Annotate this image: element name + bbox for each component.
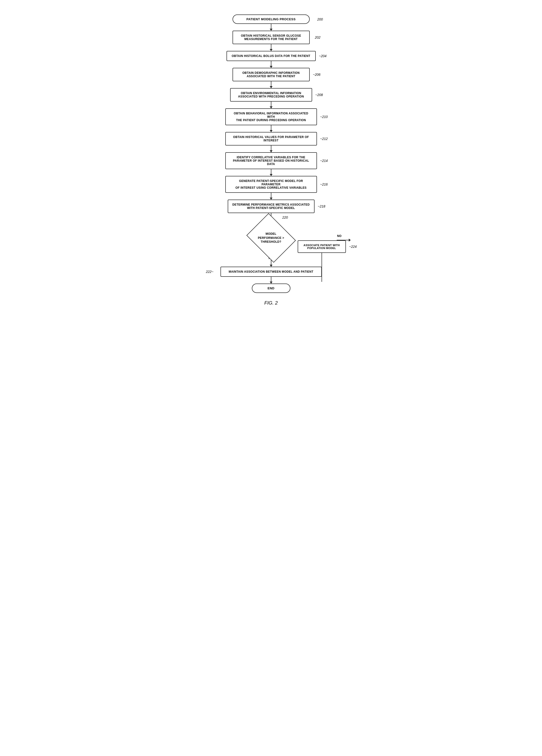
arrow-11 bbox=[271, 277, 271, 284]
ref-210: ~210 bbox=[320, 115, 328, 119]
arrow-6 bbox=[271, 125, 271, 132]
ref-220: 220 bbox=[282, 215, 288, 219]
box-224: ASSOCIATE PATIENT WITH POPULATION MODEL bbox=[298, 240, 346, 253]
box-218: DETERMINE PERFORMANCE METRICS ASSOCIATED… bbox=[228, 200, 314, 213]
box-222: MAINTAIN ASSOCIATION BETWEEN MODEL AND P… bbox=[221, 267, 322, 277]
step-210-wrapper: OBTAIN BEHAVIORAL INFORMATION ASSOCIATED… bbox=[225, 108, 317, 125]
ref-204: ~204 bbox=[319, 54, 326, 58]
ref-218: ~218 bbox=[318, 204, 325, 208]
ref-216: ~216 bbox=[320, 182, 328, 186]
arrow-4 bbox=[271, 81, 271, 88]
step-206-wrapper: OBTAIN DEMOGRAPHIC INFORMATION ASSOCIATE… bbox=[233, 68, 310, 81]
box-202: OBTAIN HISTORICAL SENSOR GLUCOSE MEASURE… bbox=[233, 31, 310, 44]
arrow-5 bbox=[271, 102, 271, 108]
ref-202: 202 bbox=[315, 35, 320, 39]
text-214: IDENTIFY CORRELATIVE VARIABLES FOR THE P… bbox=[233, 156, 309, 166]
arrow-7 bbox=[271, 146, 271, 152]
diamond-text: MODEL PERFORMANCE > THRESHOLD? bbox=[258, 232, 284, 244]
ref-222-label: 222~ bbox=[206, 270, 214, 274]
fig-label: FIG. 2 bbox=[189, 300, 353, 306]
box-end: END bbox=[252, 284, 290, 293]
box-210: OBTAIN BEHAVIORAL INFORMATION ASSOCIATED… bbox=[225, 108, 317, 125]
text-212: OBTAIN HISTORICAL VALUES FOR PARAMETER O… bbox=[233, 135, 309, 142]
title-text: PATIENT MODELING PROCESS bbox=[247, 17, 296, 21]
arrow-yes bbox=[271, 260, 271, 267]
text-210: OBTAIN BEHAVIORAL INFORMATION ASSOCIATED… bbox=[234, 112, 308, 122]
step-212-wrapper: OBTAIN HISTORICAL VALUES FOR PARAMETER O… bbox=[225, 132, 317, 146]
page: PATIENT MODELING PROCESS 200 OBTAIN HIST… bbox=[184, 5, 358, 320]
end-wrapper: END bbox=[252, 284, 290, 293]
step-214-wrapper: IDENTIFY CORRELATIVE VARIABLES FOR THE P… bbox=[225, 152, 317, 169]
ref-208: ~208 bbox=[315, 93, 323, 97]
arrow-8 bbox=[271, 169, 271, 176]
step-218-wrapper: DETERMINE PERFORMANCE METRICS ASSOCIATED… bbox=[228, 200, 314, 213]
text-216: GENERATE PATIENT-SPECIFIC MODEL FOR PARA… bbox=[236, 179, 306, 189]
text-202: OBTAIN HISTORICAL SENSOR GLUCOSE MEASURE… bbox=[241, 34, 301, 41]
arrow-3 bbox=[271, 61, 271, 68]
box-204: OBTAIN HISTORICAL BOLUS DATA FOR THE PAT… bbox=[227, 51, 316, 61]
arrow-2 bbox=[271, 44, 271, 51]
text-224: ASSOCIATE PATIENT WITH POPULATION MODEL bbox=[303, 244, 339, 250]
box-216: GENERATE PATIENT-SPECIFIC MODEL FOR PARA… bbox=[225, 176, 317, 193]
ref-214: ~214 bbox=[320, 159, 328, 163]
ref-206: ~206 bbox=[313, 73, 320, 76]
ref-224: ~224 bbox=[349, 245, 357, 249]
arrow-1 bbox=[271, 24, 271, 31]
box-title: PATIENT MODELING PROCESS bbox=[233, 14, 310, 24]
text-204: OBTAIN HISTORICAL BOLUS DATA FOR THE PAT… bbox=[232, 54, 310, 58]
step-title-wrapper: PATIENT MODELING PROCESS 200 bbox=[233, 14, 310, 24]
ref-200: 200 bbox=[317, 17, 323, 21]
arrow-9 bbox=[271, 193, 271, 200]
diamond-container: MODEL PERFORMANCE > THRESHOLD? bbox=[247, 220, 295, 256]
ref-212: ~212 bbox=[320, 137, 328, 141]
step-222-wrapper: 222~ MAINTAIN ASSOCIATION BETWEEN MODEL … bbox=[221, 267, 322, 277]
box-208: OBTAIN ENVIRONMENTAL INFORMATION ASSOCIA… bbox=[230, 88, 312, 102]
step-204-wrapper: OBTAIN HISTORICAL BOLUS DATA FOR THE PAT… bbox=[227, 51, 316, 61]
text-222: MAINTAIN ASSOCIATION BETWEEN MODEL AND P… bbox=[229, 270, 313, 273]
text-208: OBTAIN ENVIRONMENTAL INFORMATION ASSOCIA… bbox=[238, 91, 304, 98]
step-208-wrapper: OBTAIN ENVIRONMENTAL INFORMATION ASSOCIA… bbox=[230, 88, 312, 102]
text-218: DETERMINE PERFORMANCE METRICS ASSOCIATED… bbox=[232, 203, 309, 210]
branch-area: MODEL PERFORMANCE > THRESHOLD? 220 NO YE… bbox=[189, 220, 353, 260]
box-212: OBTAIN HISTORICAL VALUES FOR PARAMETER O… bbox=[225, 132, 317, 146]
step-216-wrapper: GENERATE PATIENT-SPECIFIC MODEL FOR PARA… bbox=[225, 176, 317, 193]
box-214: IDENTIFY CORRELATIVE VARIABLES FOR THE P… bbox=[225, 152, 317, 169]
step-202-wrapper: OBTAIN HISTORICAL SENSOR GLUCOSE MEASURE… bbox=[233, 31, 310, 44]
flowchart: PATIENT MODELING PROCESS 200 OBTAIN HIST… bbox=[189, 14, 353, 293]
diamond-wrapper: MODEL PERFORMANCE > THRESHOLD? 220 NO bbox=[247, 220, 295, 256]
box-206: OBTAIN DEMOGRAPHIC INFORMATION ASSOCIATE… bbox=[233, 68, 310, 81]
box-224-wrapper: ASSOCIATE PATIENT WITH POPULATION MODEL … bbox=[298, 240, 346, 253]
no-arrow-head bbox=[349, 239, 351, 242]
text-206: OBTAIN DEMOGRAPHIC INFORMATION ASSOCIATE… bbox=[243, 71, 300, 78]
end-text: END bbox=[268, 286, 274, 290]
